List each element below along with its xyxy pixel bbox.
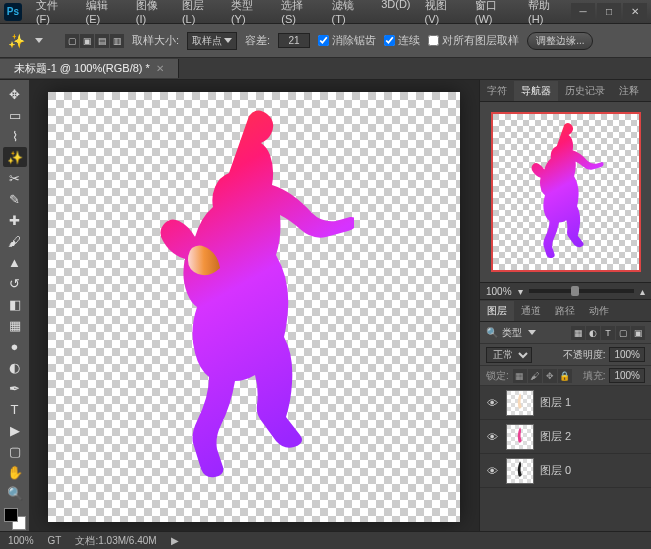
canvas-content-silhouette [154, 108, 354, 488]
blend-mode-select[interactable]: 正常 [486, 347, 532, 363]
close-tab-icon[interactable]: ✕ [156, 63, 164, 74]
layer-row[interactable]: 👁 图层 1 [480, 386, 651, 420]
healing-tool[interactable]: ✚ [3, 210, 27, 230]
kind-filter-dropdown[interactable] [528, 330, 536, 335]
lock-fill-row: 锁定: ▦ 🖌 ✥ 🔒 填充: 100% [480, 366, 651, 386]
contiguous-checkbox[interactable]: 连续 [384, 33, 420, 48]
dodge-tool[interactable]: ◐ [3, 357, 27, 377]
sample-size-dropdown[interactable]: 取样点 [187, 32, 237, 50]
close-button[interactable]: ✕ [623, 3, 647, 21]
selection-mode-intersect[interactable]: ▥ [110, 34, 124, 48]
menu-type[interactable]: 类型(Y) [225, 0, 273, 27]
filter-smart-icon[interactable]: ▣ [631, 326, 645, 340]
visibility-toggle[interactable]: 👁 [484, 463, 500, 479]
marquee-tool[interactable]: ▭ [3, 105, 27, 125]
all-layers-checkbox[interactable]: 对所有图层取样 [428, 33, 519, 48]
kind-filter-label: 类型 [502, 326, 522, 340]
options-bar: ✨ ▢▣▤▥ 取样大小: 取样点 容差: 21 消除锯齿 连续 对所有图层取样 … [0, 24, 651, 58]
lock-position-icon[interactable]: ✥ [543, 369, 557, 383]
tools-panel: ✥ ▭ ⌇ ✨ ✂ ✎ ✚ 🖌 ▲ ↺ ◧ ▦ ● ◐ ✒ T ▶ ▢ ✋ 🔍 [0, 80, 30, 531]
layer-name[interactable]: 图层 1 [540, 395, 571, 410]
menu-help[interactable]: 帮助(H) [522, 0, 571, 27]
layer-row[interactable]: 👁 图层 2 [480, 420, 651, 454]
fill-input[interactable]: 100% [609, 368, 645, 383]
lock-all-icon[interactable]: 🔒 [558, 369, 572, 383]
pen-tool[interactable]: ✒ [3, 378, 27, 398]
layer-thumbnail[interactable] [506, 390, 534, 416]
tab-navigator[interactable]: 导航器 [514, 81, 558, 101]
menu-window[interactable]: 窗口(W) [469, 0, 520, 27]
filter-type-icon[interactable]: T [601, 326, 615, 340]
antialias-checkbox[interactable]: 消除锯齿 [318, 33, 376, 48]
menu-image[interactable]: 图像(I) [130, 0, 174, 27]
kind-filter-icon[interactable]: 🔍 [486, 327, 498, 338]
navigator-panel-tabs: 字符 导航器 历史记录 注释 [480, 80, 651, 102]
crop-tool[interactable]: ✂ [3, 168, 27, 188]
artboard[interactable] [48, 92, 460, 522]
tab-actions[interactable]: 动作 [582, 301, 616, 321]
lasso-tool[interactable]: ⌇ [3, 126, 27, 146]
blur-tool[interactable]: ● [3, 336, 27, 356]
history-brush-tool[interactable]: ↺ [3, 273, 27, 293]
menu-select[interactable]: 选择(S) [275, 0, 323, 27]
stamp-tool[interactable]: ▲ [3, 252, 27, 272]
tool-preset-dropdown[interactable] [35, 38, 43, 43]
hand-tool[interactable]: ✋ [3, 462, 27, 482]
tab-history[interactable]: 历史记录 [558, 81, 612, 101]
gradient-tool[interactable]: ▦ [3, 315, 27, 335]
layer-name[interactable]: 图层 0 [540, 463, 571, 478]
visibility-toggle[interactable]: 👁 [484, 395, 500, 411]
filter-adjust-icon[interactable]: ◐ [586, 326, 600, 340]
tab-paths[interactable]: 路径 [548, 301, 582, 321]
selection-mode-add[interactable]: ▣ [80, 34, 94, 48]
document-tab[interactable]: 未标题-1 @ 100%(RGB/8) * ✕ [0, 59, 179, 78]
status-flyout-icon[interactable]: ▶ [171, 535, 179, 546]
shape-tool[interactable]: ▢ [3, 441, 27, 461]
tab-layers[interactable]: 图层 [480, 301, 514, 321]
opacity-input[interactable]: 100% [609, 347, 645, 362]
maximize-button[interactable]: □ [597, 3, 621, 21]
status-zoom[interactable]: 100% [8, 535, 34, 546]
zoom-slider[interactable] [529, 289, 634, 293]
menu-file[interactable]: 文件(F) [30, 0, 78, 27]
tab-character[interactable]: 字符 [480, 81, 514, 101]
layer-row[interactable]: 👁 图层 0 [480, 454, 651, 488]
menu-view[interactable]: 视图(V) [419, 0, 467, 27]
canvas-area[interactable] [30, 80, 479, 531]
brush-tool[interactable]: 🖌 [3, 231, 27, 251]
filter-shape-icon[interactable]: ▢ [616, 326, 630, 340]
eyedropper-tool[interactable]: ✎ [3, 189, 27, 209]
status-bar: 100% GT 文档:1.03M/6.40M ▶ [0, 531, 651, 549]
zoom-tool[interactable]: 🔍 [3, 483, 27, 503]
menu-filter[interactable]: 滤镜(T) [326, 0, 374, 27]
menu-3d[interactable]: 3D(D) [375, 0, 416, 27]
zoom-out-icon[interactable]: ▾ [518, 286, 523, 297]
refine-edge-button[interactable]: 调整边缘... [527, 32, 593, 50]
layer-thumbnail[interactable] [506, 424, 534, 450]
tab-notes[interactable]: 注释 [612, 81, 646, 101]
eraser-tool[interactable]: ◧ [3, 294, 27, 314]
move-tool[interactable]: ✥ [3, 84, 27, 104]
layer-name[interactable]: 图层 2 [540, 429, 571, 444]
status-doc-size: 1.03M/6.40M [98, 535, 156, 546]
color-swatch[interactable] [4, 508, 26, 530]
layer-thumbnail[interactable] [506, 458, 534, 484]
tolerance-input[interactable]: 21 [278, 33, 310, 48]
visibility-toggle[interactable]: 👁 [484, 429, 500, 445]
menu-layer[interactable]: 图层(L) [176, 0, 223, 27]
zoom-in-icon[interactable]: ▴ [640, 286, 645, 297]
filter-pixel-icon[interactable]: ▦ [571, 326, 585, 340]
lock-transparent-icon[interactable]: ▦ [513, 369, 527, 383]
layer-filter-bar: 🔍 类型 ▦ ◐ T ▢ ▣ [480, 322, 651, 344]
lock-pixels-icon[interactable]: 🖌 [528, 369, 542, 383]
minimize-button[interactable]: ─ [571, 3, 595, 21]
navigator-thumbnail[interactable] [480, 102, 651, 282]
type-tool[interactable]: T [3, 399, 27, 419]
selection-mode-sub[interactable]: ▤ [95, 34, 109, 48]
navigator-zoom-bar: 100% ▾ ▴ [480, 282, 651, 300]
path-selection-tool[interactable]: ▶ [3, 420, 27, 440]
menu-edit[interactable]: 编辑(E) [80, 0, 128, 27]
selection-mode-new[interactable]: ▢ [65, 34, 79, 48]
magic-wand-tool[interactable]: ✨ [3, 147, 27, 167]
tab-channels[interactable]: 通道 [514, 301, 548, 321]
